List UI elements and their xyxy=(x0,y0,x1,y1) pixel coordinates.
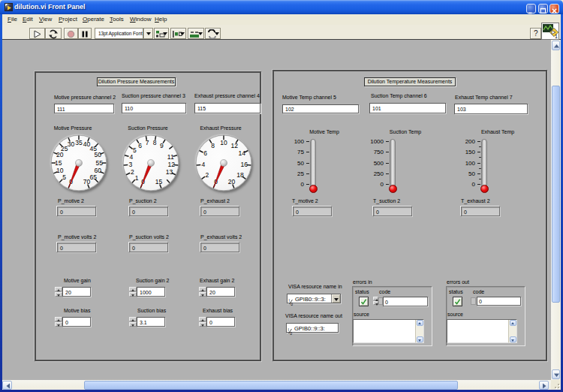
svg-text:50: 50 xyxy=(94,151,101,158)
svg-text:0: 0 xyxy=(291,301,293,306)
svg-text:20: 20 xyxy=(228,178,236,185)
svg-text:7: 7 xyxy=(146,139,149,146)
svg-text:4: 4 xyxy=(201,161,205,168)
svg-text:12: 12 xyxy=(167,161,175,168)
svg-text:1: 1 xyxy=(555,34,558,39)
svg-text:8: 8 xyxy=(211,142,215,149)
svg-text:55: 55 xyxy=(96,159,104,167)
svg-text:2: 2 xyxy=(206,171,209,179)
svg-text:15: 15 xyxy=(55,159,62,167)
svg-text:1: 1 xyxy=(135,174,139,182)
svg-text:0: 0 xyxy=(290,330,292,335)
svg-text:16: 16 xyxy=(240,161,248,168)
svg-text:5: 5 xyxy=(62,173,66,181)
svg-text:I: I xyxy=(288,327,289,332)
svg-text:4: 4 xyxy=(129,153,133,161)
svg-text:3: 3 xyxy=(128,161,132,168)
svg-text:14: 14 xyxy=(239,149,246,157)
svg-text:11: 11 xyxy=(167,153,174,161)
svg-text:12: 12 xyxy=(231,142,239,149)
svg-text:13: 13 xyxy=(166,168,173,176)
svg-text:35: 35 xyxy=(75,139,83,146)
svg-text:6: 6 xyxy=(138,142,142,149)
svg-text:30: 30 xyxy=(68,140,75,148)
svg-text:9: 9 xyxy=(160,142,164,149)
svg-text:70: 70 xyxy=(83,178,91,185)
svg-text:20: 20 xyxy=(56,151,64,158)
svg-text:8: 8 xyxy=(153,139,157,146)
svg-text:2: 2 xyxy=(131,168,134,176)
svg-text:6: 6 xyxy=(203,149,207,157)
svg-text:15: 15 xyxy=(155,178,163,185)
svg-text:18: 18 xyxy=(236,171,244,179)
svg-text:I: I xyxy=(289,298,290,303)
svg-text:10: 10 xyxy=(56,167,64,174)
svg-text:65: 65 xyxy=(90,173,98,181)
svg-text:10: 10 xyxy=(220,139,227,146)
svg-text:5: 5 xyxy=(133,146,137,154)
